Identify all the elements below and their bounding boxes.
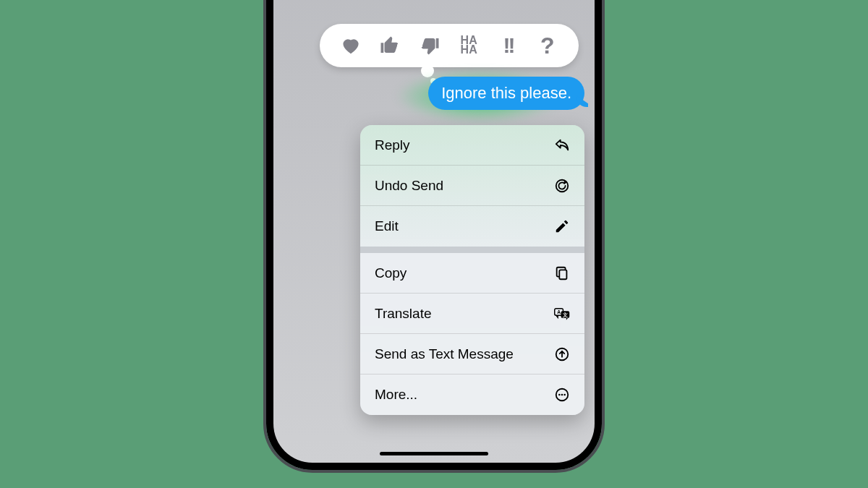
svg-point-10 <box>563 394 566 396</box>
arrow-up-circle-icon <box>554 346 570 362</box>
haha-icon: HAHA <box>461 36 477 55</box>
svg-point-8 <box>558 394 561 396</box>
menu-translate[interactable]: Translate A 文 <box>360 294 584 334</box>
tapback-dislike[interactable] <box>417 33 442 58</box>
translate-icon: A 文 <box>554 306 570 322</box>
svg-rect-1 <box>559 270 566 279</box>
ellipsis-circle-icon <box>554 387 570 403</box>
iphone-frame: HAHA !! ? Ignore this please. Reply <box>266 0 602 470</box>
edit-icon <box>554 218 570 234</box>
thumbs-down-icon <box>419 35 441 56</box>
tapback-question[interactable]: ? <box>535 33 560 58</box>
menu-translate-label: Translate <box>375 306 432 322</box>
tapback-emphasize[interactable]: !! <box>495 33 520 58</box>
menu-reply-label: Reply <box>375 137 410 153</box>
tapback-bar: HAHA !! ? <box>320 24 579 67</box>
menu-edit[interactable]: Edit <box>360 206 584 247</box>
heart-icon <box>340 35 362 56</box>
svg-point-9 <box>561 394 563 396</box>
menu-reply[interactable]: Reply <box>360 125 584 166</box>
menu-send-as-text-label: Send as Text Message <box>375 346 514 362</box>
iphone-screen: HAHA !! ? Ignore this please. Reply <box>273 0 595 463</box>
selected-message[interactable]: Ignore this please. <box>428 77 584 110</box>
menu-copy-label: Copy <box>375 265 407 281</box>
tapback-haha[interactable]: HAHA <box>456 33 481 58</box>
svg-text:A: A <box>557 309 561 314</box>
page-background: HAHA !! ? Ignore this please. Reply <box>0 0 868 488</box>
undo-send-icon <box>554 178 570 194</box>
message-text: Ignore this please. <box>441 84 571 102</box>
menu-edit-label: Edit <box>375 218 399 234</box>
menu-group-separator <box>360 247 584 253</box>
menu-copy[interactable]: Copy <box>360 253 584 294</box>
svg-text:文: 文 <box>562 311 568 317</box>
menu-more-label: More... <box>375 387 417 403</box>
message-bubble: Ignore this please. <box>428 77 584 110</box>
menu-undo-send-label: Undo Send <box>375 178 443 194</box>
svg-point-0 <box>556 179 569 192</box>
menu-send-as-text[interactable]: Send as Text Message <box>360 334 584 374</box>
tapback-like[interactable] <box>378 33 402 58</box>
menu-more[interactable]: More... <box>360 374 584 415</box>
copy-icon <box>554 265 570 281</box>
reply-icon <box>554 137 570 153</box>
tapback-heart[interactable] <box>339 33 363 58</box>
thumbs-up-icon <box>379 35 401 56</box>
menu-undo-send[interactable]: Undo Send <box>360 166 584 206</box>
home-indicator[interactable] <box>380 452 488 455</box>
message-context-menu: Reply Undo Send Edit <box>360 125 584 415</box>
